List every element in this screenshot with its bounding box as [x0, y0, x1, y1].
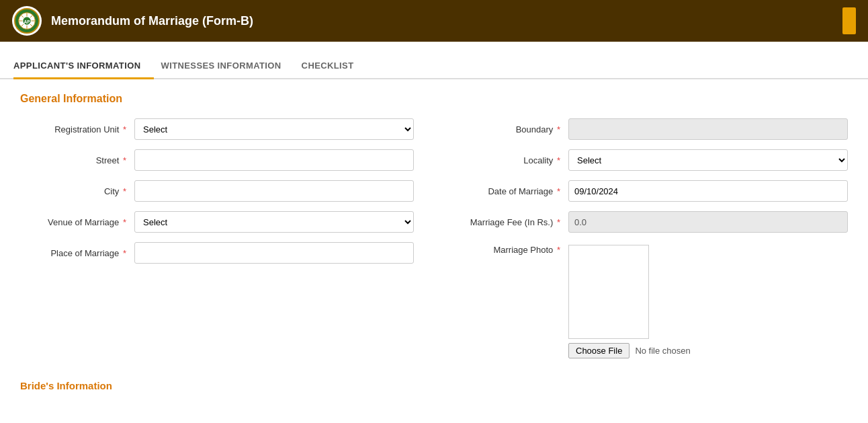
date-of-marriage-input[interactable]	[568, 180, 848, 202]
required-star: *	[123, 186, 126, 196]
tab-checklist[interactable]: CHECKLIST	[302, 54, 367, 79]
street-row: Street *	[20, 149, 414, 171]
registration-unit-select[interactable]: Select	[134, 118, 414, 140]
header-logo: AP	[12, 6, 42, 36]
marriage-photo-label: Marriage Photo *	[454, 242, 568, 255]
tab-witnesses-information[interactable]: WITNESSES INFORMATION	[161, 54, 294, 79]
required-star: *	[123, 217, 126, 227]
tabs-container: APPLICANT'S INFORMATION WITNESSES INFORM…	[0, 52, 868, 79]
tab-applicant-information[interactable]: APPLICANT'S INFORMATION	[13, 54, 154, 79]
logo-icon: AP	[14, 8, 40, 34]
marriage-photo-preview	[568, 245, 649, 339]
registration-unit-row: Registration Unit * Select	[20, 118, 414, 140]
registration-unit-label: Registration Unit *	[20, 124, 134, 134]
boundary-row: Boundary *	[454, 118, 848, 140]
left-column: Registration Unit * Select Street * City	[20, 118, 414, 368]
city-label: City *	[20, 186, 134, 196]
place-of-marriage-input[interactable]	[134, 242, 414, 264]
required-star: *	[557, 155, 560, 165]
page-title: Memorandum of Marriage (Form-B)	[51, 14, 253, 28]
venue-of-marriage-label: Venue of Marriage *	[20, 217, 134, 227]
header-accent-bar	[842, 7, 856, 34]
city-row: City *	[20, 180, 414, 202]
locality-row: Locality * Select	[454, 149, 848, 171]
required-star: *	[557, 217, 560, 227]
required-star: *	[557, 124, 560, 134]
svg-text:AP: AP	[24, 20, 30, 24]
marriage-fee-input	[568, 211, 848, 233]
locality-label: Locality *	[454, 155, 568, 165]
choose-file-button[interactable]: Choose File	[568, 343, 630, 358]
date-of-marriage-label: Date of Marriage *	[454, 186, 568, 196]
required-star: *	[557, 186, 560, 196]
locality-select[interactable]: Select	[568, 149, 848, 171]
header: AP Memorandum of Marriage (Form-B)	[0, 0, 868, 42]
date-of-marriage-row: Date of Marriage *	[454, 180, 848, 202]
section-title-general: General Information	[20, 93, 848, 105]
place-of-marriage-label: Place of Marriage *	[20, 248, 134, 258]
required-star: *	[557, 245, 560, 255]
marriage-photo-row: Marriage Photo * Choose File No file cho…	[454, 242, 848, 358]
bride-section-hint: Bride's Information	[20, 380, 848, 391]
marriage-photo-section: Choose File No file chosen	[568, 245, 691, 358]
main-content: General Information Registration Unit * …	[0, 79, 868, 405]
form-grid: Registration Unit * Select Street * City	[20, 118, 848, 368]
street-input[interactable]	[134, 149, 414, 171]
street-label: Street *	[20, 155, 134, 165]
marriage-fee-label: Marriage Fee (In Rs.) *	[454, 217, 568, 227]
file-input-row: Choose File No file chosen	[568, 343, 691, 358]
no-file-chosen-text: No file chosen	[635, 346, 690, 356]
boundary-label: Boundary *	[454, 124, 568, 134]
required-star: *	[123, 248, 126, 258]
venue-of-marriage-select[interactable]: Select	[134, 211, 414, 233]
place-of-marriage-row: Place of Marriage *	[20, 242, 414, 264]
right-column: Boundary * Locality * Select Date of Mar…	[454, 118, 848, 368]
venue-of-marriage-row: Venue of Marriage * Select	[20, 211, 414, 233]
required-star: *	[123, 155, 126, 165]
city-input[interactable]	[134, 180, 414, 202]
required-star: *	[123, 124, 126, 134]
marriage-fee-row: Marriage Fee (In Rs.) *	[454, 211, 848, 233]
boundary-input	[568, 118, 848, 140]
